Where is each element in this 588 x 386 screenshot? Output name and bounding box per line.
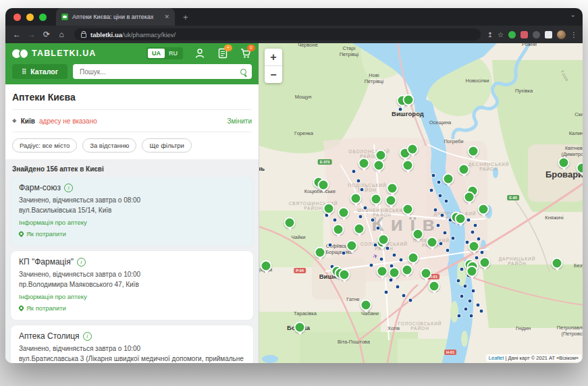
pharmacy-dot-marker[interactable] bbox=[464, 307, 469, 312]
pharmacy-dot-marker[interactable] bbox=[408, 298, 413, 303]
pharmacy-marker[interactable] bbox=[358, 158, 370, 169]
pharmacy-dot-marker[interactable] bbox=[460, 294, 464, 299]
extensions-puzzle-icon[interactable] bbox=[545, 31, 552, 38]
pharmacy-dot-marker[interactable] bbox=[475, 256, 479, 260]
pharmacy-marker[interactable] bbox=[387, 183, 398, 194]
browser-tab[interactable]: Аптеки Києва: ціни в аптеках ✕ bbox=[56, 8, 175, 26]
pharmacy-dot-marker[interactable] bbox=[451, 236, 456, 241]
pharmacy-marker[interactable] bbox=[408, 252, 419, 264]
pharmacy-dot-marker[interactable] bbox=[479, 309, 484, 314]
pharmacy-dot-marker[interactable] bbox=[463, 284, 468, 289]
search-input[interactable] bbox=[78, 67, 240, 76]
lang-ua-button[interactable]: UA bbox=[148, 49, 165, 58]
pharmacy-route-link[interactable]: Як потрапити bbox=[19, 304, 245, 316]
chevron-down-icon[interactable]: ⌄ bbox=[570, 11, 576, 18]
pharmacy-dot-marker[interactable] bbox=[446, 248, 450, 253]
pharmacy-marker[interactable] bbox=[339, 269, 350, 281]
pharmacy-dot-marker[interactable] bbox=[371, 218, 375, 223]
leaflet-link[interactable]: Leaflet bbox=[489, 355, 504, 361]
change-address-link[interactable]: Змінити bbox=[228, 117, 252, 125]
filter-more-chip[interactable]: Ще фільтри bbox=[142, 138, 191, 153]
share-icon[interactable]: ↥ bbox=[487, 31, 493, 38]
pharmacy-card[interactable]: КП "Фармація"i Зачинено, відчиняється за… bbox=[11, 251, 253, 320]
pharmacy-marker[interactable] bbox=[403, 94, 415, 106]
bookmark-star-icon[interactable]: ☆ bbox=[498, 31, 504, 38]
pharmacy-marker[interactable] bbox=[478, 204, 489, 215]
maximize-window-button[interactable] bbox=[39, 13, 47, 21]
site-logo[interactable]: TABLETKI.UA bbox=[12, 49, 97, 59]
pharmacy-marker[interactable] bbox=[315, 247, 326, 258]
pharmacy-dot-marker[interactable] bbox=[360, 188, 365, 192]
pharmacy-dot-marker[interactable] bbox=[356, 179, 361, 184]
zoom-out-button[interactable]: − bbox=[265, 66, 282, 83]
pharmacy-dot-marker[interactable] bbox=[352, 169, 356, 174]
lang-ru-button[interactable]: RU bbox=[165, 49, 182, 58]
forward-button[interactable]: → bbox=[26, 30, 38, 39]
pharmacy-dot-marker[interactable] bbox=[379, 257, 384, 262]
cart-button[interactable]: 0 bbox=[240, 47, 252, 59]
account-button[interactable] bbox=[194, 47, 206, 59]
address-bar[interactable]: tabletki.ua/uk/pharmacy/kiev/ bbox=[74, 28, 481, 40]
pharmacy-marker[interactable] bbox=[377, 266, 388, 277]
pharmacy-dot-marker[interactable] bbox=[369, 263, 374, 268]
pharmacy-dot-marker[interactable] bbox=[363, 206, 368, 211]
pharmacy-dot-marker[interactable] bbox=[399, 258, 404, 263]
pharmacy-marker[interactable] bbox=[468, 146, 479, 157]
new-tab-button[interactable]: + bbox=[183, 12, 188, 22]
pharmacy-marker[interactable] bbox=[458, 164, 470, 175]
back-button[interactable]: ← bbox=[11, 30, 23, 39]
pharmacy-dot-marker[interactable] bbox=[469, 314, 474, 319]
pharmacy-dot-marker[interactable] bbox=[476, 303, 481, 308]
pharmacy-marker[interactable] bbox=[427, 237, 438, 248]
pharmacy-dot-marker[interactable] bbox=[440, 213, 445, 218]
pharmacy-dot-marker[interactable] bbox=[466, 218, 471, 223]
zoom-in-button[interactable]: + bbox=[265, 49, 282, 66]
pharmacy-dot-marker[interactable] bbox=[473, 223, 478, 228]
pharmacy-info-link[interactable]: Інформація про аптеку bbox=[19, 219, 245, 226]
close-window-button[interactable] bbox=[14, 13, 21, 21]
tab-close-icon[interactable]: ✕ bbox=[164, 13, 169, 20]
pharmacy-dot-marker[interactable] bbox=[436, 223, 441, 228]
pharmacy-route-link[interactable]: Як потрапити bbox=[19, 230, 245, 242]
pharmacy-dot-marker[interactable] bbox=[333, 218, 338, 223]
pharmacy-dot-marker[interactable] bbox=[456, 279, 461, 283]
pharmacy-marker[interactable] bbox=[558, 157, 570, 169]
reload-button[interactable]: ⟳ bbox=[41, 30, 53, 39]
pharmacy-marker[interactable] bbox=[464, 192, 475, 203]
extension-red-icon[interactable] bbox=[520, 31, 528, 38]
pharmacy-marker[interactable] bbox=[455, 213, 466, 225]
pharmacy-dot-marker[interactable] bbox=[429, 188, 434, 193]
filter-distance-chip[interactable]: За відстанню bbox=[82, 138, 136, 153]
catalog-button[interactable]: ⠿ Каталог bbox=[12, 64, 68, 79]
pharmacy-marker[interactable] bbox=[360, 300, 372, 311]
pharmacy-marker[interactable] bbox=[466, 266, 478, 277]
pharmacy-dot-marker[interactable] bbox=[457, 314, 462, 319]
pharmacy-dot-marker[interactable] bbox=[402, 294, 406, 298]
map-panel[interactable]: Київ ЧервонеСтарі ПетрівціНові ПетрівціМ… bbox=[259, 43, 583, 363]
pharmacy-marker[interactable] bbox=[402, 265, 413, 276]
pharmacy-marker[interactable] bbox=[385, 195, 397, 206]
pharmacy-dot-marker[interactable] bbox=[438, 194, 443, 198]
pharmacy-info-link[interactable]: Інформація про аптеку bbox=[19, 293, 245, 300]
extension-green-icon[interactable] bbox=[508, 31, 516, 38]
pharmacy-marker[interactable] bbox=[402, 160, 414, 171]
browser-menu-icon[interactable]: ⋮ bbox=[570, 31, 577, 38]
minimize-window-button[interactable] bbox=[26, 13, 34, 21]
pharmacy-marker[interactable] bbox=[412, 229, 424, 240]
orders-button[interactable]: + bbox=[217, 47, 229, 59]
pharmacy-marker[interactable] bbox=[443, 173, 454, 185]
pharmacy-marker[interactable] bbox=[479, 257, 491, 269]
pharmacy-dot-marker[interactable] bbox=[433, 208, 438, 213]
pharmacy-marker[interactable] bbox=[346, 240, 358, 252]
pharmacy-dot-marker[interactable] bbox=[443, 231, 448, 236]
pharmacy-dot-marker[interactable] bbox=[437, 180, 442, 185]
pharmacy-dot-marker[interactable] bbox=[444, 199, 449, 204]
pharmacy-marker[interactable] bbox=[373, 160, 385, 171]
pharmacy-dot-marker[interactable] bbox=[468, 299, 473, 304]
pharmacy-dot-marker[interactable] bbox=[480, 250, 485, 255]
pharmacy-marker[interactable] bbox=[354, 223, 365, 235]
pharmacy-dot-marker[interactable] bbox=[392, 253, 397, 258]
pharmacy-marker[interactable] bbox=[318, 180, 329, 191]
pharmacy-dot-marker[interactable] bbox=[471, 230, 475, 235]
pharmacy-marker[interactable] bbox=[378, 234, 390, 246]
